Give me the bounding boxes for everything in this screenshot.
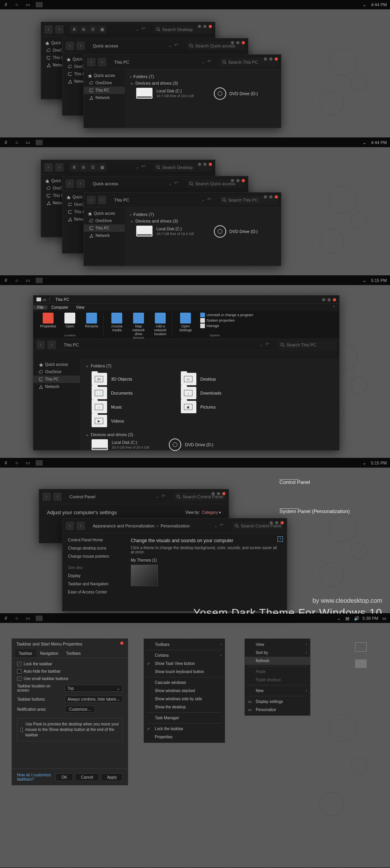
menu-item-view[interactable]: View› — [245, 640, 310, 649]
minimize-icon[interactable] — [198, 25, 201, 28]
customize-button[interactable]: Customize... — [65, 706, 95, 713]
menu-item-cortana[interactable]: Cortana› — [144, 651, 225, 659]
quick-access-header[interactable]: Quick acces — [84, 72, 125, 79]
checkbox-autohide[interactable]: Auto-hide the taskbar — [17, 669, 123, 673]
close-icon[interactable] — [333, 298, 336, 301]
tab-view[interactable]: View — [72, 305, 88, 310]
view-grid-icon[interactable]: ⊞ — [79, 25, 88, 34]
menu-item-toolbars[interactable]: Toolbars› — [144, 640, 225, 649]
back-button[interactable]: ‹ — [66, 42, 74, 50]
ribbon-properties[interactable]: Properties — [39, 313, 57, 334]
clock[interactable]: 4:44 PM — [371, 140, 387, 145]
explorer-taskbar-icon[interactable] — [36, 460, 43, 466]
forward-button[interactable]: › — [76, 42, 85, 50]
menu-item-sidebyside[interactable]: Show windows side by side — [144, 695, 225, 703]
folder-item[interactable]: ▭Desktop — [181, 373, 255, 385]
notifications-icon[interactable]: ▭ — [382, 616, 387, 621]
back-button[interactable]: ‹ — [44, 25, 53, 34]
menu-item-cascade[interactable]: Cascade windows — [144, 678, 225, 687]
checkbox-small-buttons[interactable]: ✓Use small taskbar buttons — [17, 677, 123, 681]
apply-button[interactable]: Apply — [101, 773, 123, 781]
close-icon[interactable] — [209, 25, 212, 28]
folder-item[interactable]: ▶Videos — [92, 415, 165, 427]
clock[interactable]: 5:15 PM — [371, 278, 387, 283]
forward-button[interactable]: › — [76, 522, 85, 530]
menu-item-display-settings[interactable]: ▭Display settings — [245, 698, 310, 706]
close-icon[interactable] — [275, 57, 278, 61]
help-icon[interactable]: ? — [277, 536, 283, 542]
cortana-icon[interactable]: ○ — [14, 616, 19, 621]
tab-toolbars[interactable]: Toolbars — [62, 649, 85, 658]
ribbon-rename[interactable]: Rename — [82, 313, 101, 334]
forward-button[interactable]: › — [98, 58, 106, 66]
cp-link[interactable]: Change desktop icons — [68, 546, 119, 550]
menu-item-refresh[interactable]: Refresh — [245, 657, 310, 665]
sidebar-item-network[interactable]: Network — [33, 383, 80, 390]
menu-item-properties[interactable]: Properties — [144, 733, 225, 741]
breadcrumb[interactable]: Appearance and Personalization › Persona… — [90, 522, 227, 530]
explorer-taskbar-icon[interactable] — [36, 616, 43, 621]
sidebar-item-quickaccess[interactable]: Quick access — [33, 361, 80, 368]
back-button[interactable]: ‹ — [87, 58, 95, 66]
menu-item-lock[interactable]: ✓Lock the taskbar — [144, 725, 225, 733]
ribbon-uninstall[interactable]: Uninstall or change a program — [200, 313, 253, 317]
clock[interactable]: 5:15 PM — [371, 461, 387, 465]
cp-link[interactable]: Change mouse pointers — [68, 554, 119, 558]
menu-item-sortby[interactable]: Sort by› — [245, 649, 310, 657]
cp-link[interactable]: Taskbar and Navigation — [68, 582, 119, 586]
ribbon-manage[interactable]: Manage — [200, 324, 253, 328]
start-icon[interactable]: # — [3, 2, 9, 7]
sidebar-item-onedrive[interactable]: OneDrive — [33, 368, 80, 376]
checkbox-peek[interactable]: Use Peek to preview the desktop when you… — [21, 722, 119, 738]
taskview-icon[interactable]: ▭ — [25, 278, 30, 283]
cp-link[interactable]: Ease of Access Center — [68, 590, 119, 594]
view-details-icon[interactable]: ☰ — [88, 25, 97, 34]
folder-item[interactable]: ▣Pictures — [181, 401, 255, 413]
ok-button[interactable]: OK — [55, 773, 73, 781]
sidebar-item-thispc[interactable]: This PC — [84, 87, 125, 94]
close-icon[interactable] — [281, 521, 284, 524]
cortana-icon[interactable]: ○ — [14, 278, 19, 283]
ribbon-add-location[interactable]: Add a network location — [151, 313, 170, 336]
ribbon-access-media[interactable]: Access media — [107, 313, 126, 336]
forward-button[interactable]: › — [53, 492, 62, 501]
menu-item-taskmanager[interactable]: Task Manager — [144, 714, 225, 722]
close-icon[interactable] — [242, 41, 245, 44]
tab-computer[interactable]: Computer — [47, 305, 72, 310]
folders-section[interactable]: ⌄ Folders (7) — [85, 363, 334, 368]
search-input[interactable]: Search This PC — [278, 341, 336, 349]
breadcrumb[interactable]: This PC⌄ — [61, 341, 273, 349]
close-icon[interactable] — [120, 642, 123, 645]
desktop-icon-thispc[interactable] — [355, 642, 367, 652]
sidebar-item-onedrive[interactable]: OneDrive — [84, 79, 125, 87]
menu-item-new[interactable]: New› — [245, 687, 310, 695]
cortana-icon[interactable]: ○ — [14, 460, 19, 466]
menu-item-personalize[interactable]: ▭Personalize — [245, 706, 310, 714]
drive-item[interactable]: DVD Drive (D:) — [214, 87, 258, 100]
dropdown-buttons[interactable]: Always combine, hide labels⌄ — [65, 696, 123, 703]
start-icon[interactable]: # — [3, 278, 9, 283]
menu-item-stacked[interactable]: Show windows stacked — [144, 687, 225, 695]
back-button[interactable]: ‹ — [36, 341, 45, 349]
explorer-taskbar-icon[interactable] — [36, 278, 43, 283]
folder-item[interactable]: 3D3D Objects — [92, 373, 165, 385]
explorer-taskbar-icon[interactable] — [36, 2, 43, 7]
breadcrumb[interactable]: Control Panel⌄ — [66, 492, 169, 501]
ribbon-sysprops[interactable]: System properties — [200, 318, 253, 323]
folder-item[interactable]: 📄Documents — [92, 387, 165, 399]
breadcrumb[interactable]: This PC⌄ — [111, 58, 215, 66]
network-tray-icon[interactable]: ▤ — [345, 616, 350, 621]
taskview-icon[interactable]: ▭ — [25, 2, 30, 7]
chevron-down-icon[interactable]: ⌄ — [362, 2, 367, 7]
tab-file[interactable]: File — [33, 305, 47, 310]
cp-home-link[interactable]: Control Panel Home — [68, 538, 119, 542]
back-button[interactable]: ‹ — [42, 492, 51, 501]
back-button[interactable]: ‹ — [66, 522, 74, 530]
clock[interactable]: 5:38 PM — [362, 616, 378, 621]
devices-section[interactable]: ⌄ Devices and drives (2) — [85, 432, 334, 437]
sidebar-item-thispc[interactable]: This PC — [33, 376, 80, 383]
clock[interactable]: 4:44 PM — [371, 2, 387, 7]
ribbon-open-settings[interactable]: Open Settings — [176, 313, 195, 334]
taskview-icon[interactable]: ▭ — [25, 140, 30, 145]
sidebar-item-network[interactable]: Network — [84, 94, 125, 101]
